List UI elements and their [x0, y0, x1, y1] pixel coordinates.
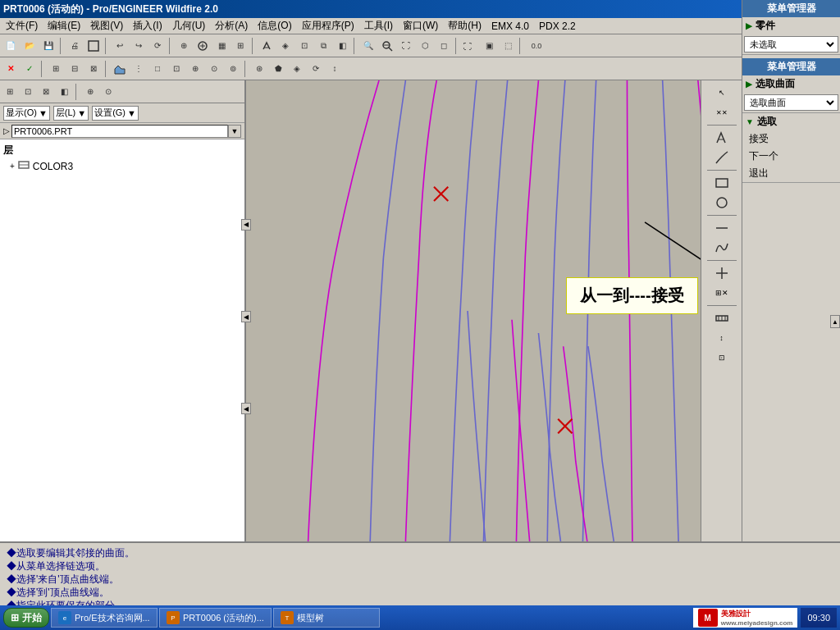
rt-grid[interactable]: ⊡: [705, 349, 738, 367]
tb-btn12[interactable]: ◧: [333, 37, 351, 55]
mm-surface-header[interactable]: ▶ 选取曲面: [742, 75, 840, 93]
redo-btn[interactable]: ↪: [130, 37, 148, 55]
mm-exit-item[interactable]: 退出: [742, 165, 840, 182]
tb-btn14[interactable]: ◻: [435, 37, 453, 55]
tb2-btn9[interactable]: ⊙: [205, 60, 223, 78]
menu-item-pdx[interactable]: PDX 2.2: [535, 20, 580, 33]
rt-line[interactable]: [705, 148, 738, 167]
expand-arrow-mid[interactable]: ◀: [241, 311, 251, 322]
tb2-btn7[interactable]: ⊡: [167, 60, 185, 78]
menu-item-window[interactable]: 窗口(W): [399, 18, 442, 34]
tb2-btn4[interactable]: [111, 60, 129, 78]
mm-surface-dropdown[interactable]: 选取曲面: [744, 94, 838, 111]
rt-rect[interactable]: [705, 174, 738, 192]
tree-item-color3[interactable]: + COLOR3: [3, 158, 241, 174]
tb2-btn1[interactable]: ⊞: [47, 60, 65, 78]
check-btn[interactable]: ✓: [21, 60, 39, 78]
menu-item-analysis[interactable]: 分析(A): [211, 18, 252, 34]
tb-btn17[interactable]: ⬚: [499, 37, 517, 55]
rt-sketch[interactable]: [705, 129, 738, 147]
rt-multiselect[interactable]: ✕✕: [705, 103, 738, 121]
close-x-btn[interactable]: ✕: [2, 60, 20, 78]
rt-straight-line[interactable]: [705, 219, 738, 237]
menu-item-emx[interactable]: EMX 4.0: [487, 20, 533, 33]
rt-transform[interactable]: ⊞✕: [705, 284, 738, 302]
number-btn[interactable]: 0.0: [525, 37, 548, 55]
file-path-btn[interactable]: ▼: [228, 125, 241, 138]
layer-dropdown[interactable]: 层(L) ▼: [53, 106, 89, 121]
lp-btn3[interactable]: ⊠: [38, 84, 54, 100]
rt-circle[interactable]: [705, 194, 738, 212]
mm-part-dropdown[interactable]: 未选取: [744, 36, 838, 52]
print-btn[interactable]: 🖨: [66, 37, 84, 55]
save-btn[interactable]: 💾: [39, 37, 57, 55]
rt-flip[interactable]: ↕: [705, 329, 738, 347]
tb2-btn6[interactable]: □: [148, 60, 167, 78]
lp-btn6[interactable]: ⊙: [100, 84, 116, 100]
tb2-btn3[interactable]: ⊠: [84, 60, 103, 78]
datum-btn[interactable]: ⊕: [175, 37, 193, 55]
tb2-btn15[interactable]: ↕: [326, 60, 344, 78]
lp-btn2[interactable]: ⊡: [20, 84, 36, 100]
mm-part-header[interactable]: ▶ 零件: [742, 17, 840, 34]
tb-btn7[interactable]: ⊞: [231, 37, 249, 55]
lp-btn4[interactable]: ◧: [56, 84, 72, 100]
menu-item-app[interactable]: 应用程序(P): [298, 18, 358, 34]
expand-arrow-bot[interactable]: ◀: [241, 403, 251, 414]
menu-item-geometry[interactable]: 几何(U): [168, 18, 210, 34]
tb2-btn5[interactable]: ⋮: [130, 60, 148, 78]
tb-btn5[interactable]: [194, 37, 212, 55]
rt-cross[interactable]: [705, 264, 738, 282]
fit-btn[interactable]: ⛶: [397, 37, 415, 55]
taskbar-prt0006[interactable]: P PRT0006 (活动的)...: [159, 608, 272, 628]
mm-part-select[interactable]: 未选取: [746, 38, 837, 51]
regen-btn[interactable]: ⟳: [148, 37, 167, 55]
mm-surface-select[interactable]: 选取曲面: [746, 96, 837, 109]
taskbar-ie[interactable]: e Pro/E技术咨询网...: [51, 608, 158, 628]
zoom-out-btn[interactable]: [378, 37, 396, 55]
tb-btn13[interactable]: ⬡: [416, 37, 434, 55]
menu-item-edit[interactable]: 编辑(E): [43, 18, 84, 34]
tree-expand-icon[interactable]: +: [10, 162, 15, 171]
tb-btn16[interactable]: ▣: [480, 37, 498, 55]
display-dropdown[interactable]: 显示(O) ▼: [3, 106, 50, 121]
rt-spline[interactable]: [705, 239, 738, 257]
tb2-btn13[interactable]: ◈: [288, 60, 306, 78]
new-btn[interactable]: 📄: [2, 37, 20, 55]
taskbar-model-tree[interactable]: T 模型树: [273, 608, 380, 628]
tb-btn8[interactable]: [258, 37, 276, 55]
rt-select[interactable]: ↖: [705, 84, 738, 102]
menu-item-help[interactable]: 帮助(H): [444, 18, 486, 34]
tb-btn11[interactable]: ⧉: [314, 37, 332, 55]
file-path-input[interactable]: [11, 125, 228, 138]
tb-btn15[interactable]: ⛶: [461, 37, 479, 55]
tb-btn6[interactable]: ▦: [212, 37, 231, 55]
settings-dropdown[interactable]: 设置(G) ▼: [92, 106, 139, 121]
mm-next-item[interactable]: 下一个: [742, 148, 840, 165]
tb2-btn12[interactable]: ⬟: [269, 60, 287, 78]
menu-item-insert[interactable]: 插入(I): [129, 18, 166, 34]
tb2-btn11[interactable]: ⊛: [250, 60, 268, 78]
tb2-btn14[interactable]: ⟳: [307, 60, 325, 78]
tb2-btn2[interactable]: ⊟: [66, 60, 84, 78]
menu-item-file[interactable]: 文件(F): [2, 18, 42, 34]
undo-btn[interactable]: ↩: [111, 37, 129, 55]
lp-btn5[interactable]: ⊕: [82, 84, 98, 100]
mm-scroll-up[interactable]: ▲: [830, 315, 840, 328]
menu-item-tools[interactable]: 工具(I): [360, 18, 397, 34]
tb-btn2[interactable]: [84, 37, 103, 55]
expand-arrow-top[interactable]: ◀: [241, 219, 251, 231]
menu-item-info[interactable]: 信息(O): [253, 18, 295, 34]
menu-item-view[interactable]: 视图(V): [86, 18, 127, 34]
open-btn[interactable]: 📂: [21, 37, 39, 55]
tb2-btn10[interactable]: ⊚: [224, 60, 242, 78]
mm-accept-item[interactable]: 接受: [742, 130, 840, 148]
start-button[interactable]: ⊞ 开始: [3, 608, 49, 628]
tb2-btn8[interactable]: ⊕: [186, 60, 204, 78]
lp-btn1[interactable]: ⊞: [2, 84, 18, 100]
tree-area[interactable]: 层 + COLOR3: [0, 139, 244, 541]
tb-btn10[interactable]: ⊡: [295, 37, 313, 55]
tb-btn9[interactable]: ◈: [276, 37, 294, 55]
zoom-in-btn[interactable]: 🔍: [359, 37, 377, 55]
rt-measure[interactable]: [705, 309, 738, 327]
